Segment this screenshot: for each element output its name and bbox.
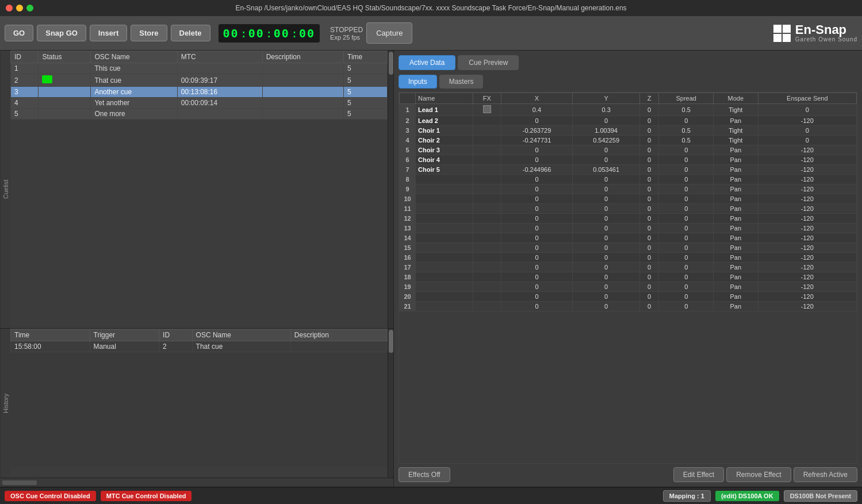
data-col-mode: Mode [713, 93, 758, 104]
data-row[interactable]: 200000Pan-120 [400, 292, 857, 302]
data-cell-enspace_send: -120 [758, 116, 856, 126]
data-cell-fx [473, 126, 501, 136]
insert-button[interactable]: Insert [90, 25, 127, 41]
cue-cell-description [262, 87, 343, 98]
data-cell-mode: Tight [713, 136, 758, 145]
data-cell-x: 0 [501, 204, 572, 214]
snap-go-button[interactable]: Snap GO [37, 25, 86, 41]
logo-subtitle: Gareth Owen Sound [795, 36, 857, 43]
h-scrollbar-thumb[interactable] [2, 480, 37, 485]
data-cell-num: 7 [400, 165, 416, 175]
store-button[interactable]: Store [131, 25, 167, 41]
data-cell-name [416, 204, 473, 214]
data-cell-num: 9 [400, 184, 416, 194]
data-cell-spread: 0 [659, 243, 714, 253]
cue-row[interactable]: 2That cue00:09:39:175 [11, 74, 388, 87]
data-row[interactable]: 140000Pan-120 [400, 233, 857, 243]
data-row[interactable]: 100000Pan-120 [400, 194, 857, 204]
window-title: En-Snap /Users/janko/ownCloud/EAS HQ Sta… [235, 4, 626, 12]
close-button[interactable] [6, 5, 13, 11]
data-row[interactable]: 110000Pan-120 [400, 204, 857, 214]
data-cell-x: 0 [501, 116, 572, 126]
history-cell-time: 15:58:00 [11, 341, 90, 352]
tab-cue-preview[interactable]: Cue Preview [458, 55, 519, 70]
cue-row[interactable]: 1This cue5 [11, 63, 388, 74]
data-row[interactable]: 120000Pan-120 [400, 214, 857, 224]
cue-cell-description [262, 74, 343, 87]
data-cell-mode: Pan [713, 155, 758, 165]
ds100b-badge: DS100B Not Present [784, 490, 857, 502]
refresh-active-button[interactable]: Refresh Active [794, 467, 857, 482]
data-row[interactable]: 180000Pan-120 [400, 272, 857, 282]
data-row[interactable]: 2Lead 20000Pan-120 [400, 116, 857, 126]
cue-cell-description [262, 98, 343, 109]
data-row[interactable]: 4Choir 2-0.2477310.54225900.5Tight0 [400, 136, 857, 145]
data-row[interactable]: 130000Pan-120 [400, 224, 857, 233]
data-cell-fx [473, 165, 501, 175]
history-empty-area [10, 352, 388, 467]
cue-row[interactable]: 3Another cue00:13:08:165 [11, 87, 388, 98]
data-cell-x: 0 [501, 155, 572, 165]
traffic-lights [6, 5, 33, 11]
data-cell-x: 0 [501, 194, 572, 204]
data-row[interactable]: 5Choir 30000Pan-120 [400, 145, 857, 155]
logo-sq-2 [783, 25, 791, 33]
cue-cell-id: 4 [11, 98, 39, 109]
maximize-button[interactable] [26, 5, 33, 11]
timecode-display: 00 : 00 : 00 : 00 [219, 24, 320, 43]
cue-row[interactable]: 5One more5 [11, 109, 388, 120]
data-row[interactable]: 160000Pan-120 [400, 253, 857, 263]
data-cell-mode: Pan [713, 233, 758, 243]
data-row[interactable]: 170000Pan-120 [400, 263, 857, 272]
data-cell-y: 0 [573, 233, 640, 243]
capture-button[interactable]: Capture [366, 22, 412, 44]
logo-name: En-Snap [795, 24, 857, 36]
history-table: Time Trigger ID OSC Name Description 15:… [10, 329, 388, 352]
edit-effect-button[interactable]: Edit Effect [673, 467, 724, 482]
fx-checkbox[interactable] [483, 105, 491, 113]
cue-scrollbar-thumb[interactable] [389, 52, 393, 75]
subtab-inputs[interactable]: Inputs [399, 75, 437, 89]
data-row[interactable]: 210000Pan-120 [400, 302, 857, 311]
subtab-masters[interactable]: Masters [439, 75, 484, 89]
data-cell-x: 0 [501, 282, 572, 292]
data-row[interactable]: 6Choir 40000Pan-120 [400, 155, 857, 165]
effects-off-button[interactable]: Effects Off [399, 467, 450, 482]
go-button[interactable]: GO [5, 25, 33, 41]
cue-cell-description [262, 63, 343, 74]
data-cell-fx [473, 175, 501, 184]
data-cell-mode: Pan [713, 243, 758, 253]
main-tabs: Active Data Cue Preview [399, 55, 857, 70]
data-cell-spread: 0 [659, 272, 714, 282]
data-cell-mode: Pan [713, 145, 758, 155]
cue-row[interactable]: 4Yet another00:00:09:145 [11, 98, 388, 109]
history-row[interactable]: 15:58:00Manual2That cue [11, 341, 388, 352]
remove-effect-button[interactable]: Remove Effect [726, 467, 791, 482]
data-row[interactable]: 7Choir 5-0.2449660.05346100Pan-120 [400, 165, 857, 175]
data-row[interactable]: 90000Pan-120 [400, 184, 857, 194]
data-cell-fx [473, 282, 501, 292]
col-mtc: MTC [177, 51, 262, 63]
data-cell-x: 0 [501, 184, 572, 194]
data-cell-name: Choir 4 [416, 155, 473, 165]
data-cell-num: 3 [400, 126, 416, 136]
data-cell-enspace_send: -120 [758, 165, 856, 175]
tab-active-data[interactable]: Active Data [399, 55, 455, 70]
data-cell-x: 0 [501, 214, 572, 224]
cue-table-body: 1This cue52That cue00:09:39:1753Another … [11, 63, 388, 120]
cue-cell-osc-name: This cue [91, 63, 177, 74]
data-row[interactable]: 190000Pan-120 [400, 282, 857, 292]
history-scrollbar[interactable] [388, 329, 393, 478]
cue-cell-time: 5 [344, 109, 388, 120]
data-row[interactable]: 80000Pan-120 [400, 175, 857, 184]
cue-scrollbar[interactable] [388, 51, 393, 328]
data-cell-name [416, 292, 473, 302]
data-row[interactable]: 150000Pan-120 [400, 243, 857, 253]
minimize-button[interactable] [16, 5, 23, 11]
delete-button[interactable]: Delete [171, 25, 210, 41]
data-row[interactable]: 3Choir 1-0.2637291.0039400.5Tight0 [400, 126, 857, 136]
data-cell-mode: Pan [713, 253, 758, 263]
history-scrollbar-thumb[interactable] [389, 330, 393, 353]
data-row[interactable]: 1Lead 10.40.300.5Tight0 [400, 104, 857, 116]
data-cell-mode: Pan [713, 194, 758, 204]
